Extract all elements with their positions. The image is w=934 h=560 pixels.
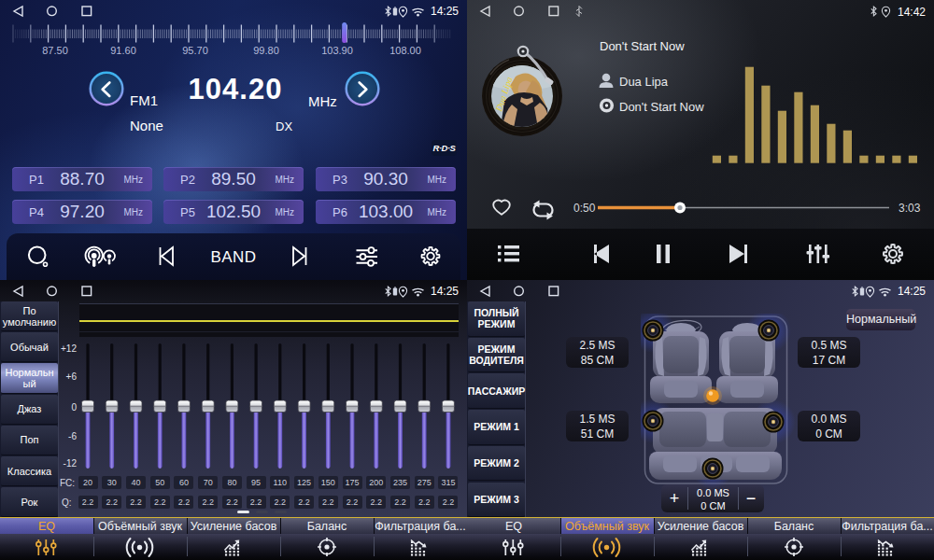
svg-text:14:42: 14:42	[898, 6, 926, 19]
svg-text:95.70: 95.70	[182, 45, 208, 56]
svg-text:87.50: 87.50	[42, 45, 68, 56]
svg-text:91.60: 91.60	[110, 45, 136, 56]
svg-text:99.80: 99.80	[253, 45, 279, 56]
svg-text:BAND: BAND	[210, 248, 256, 266]
svg-text:108.00: 108.00	[389, 45, 421, 56]
svg-text:103.90: 103.90	[321, 45, 353, 56]
